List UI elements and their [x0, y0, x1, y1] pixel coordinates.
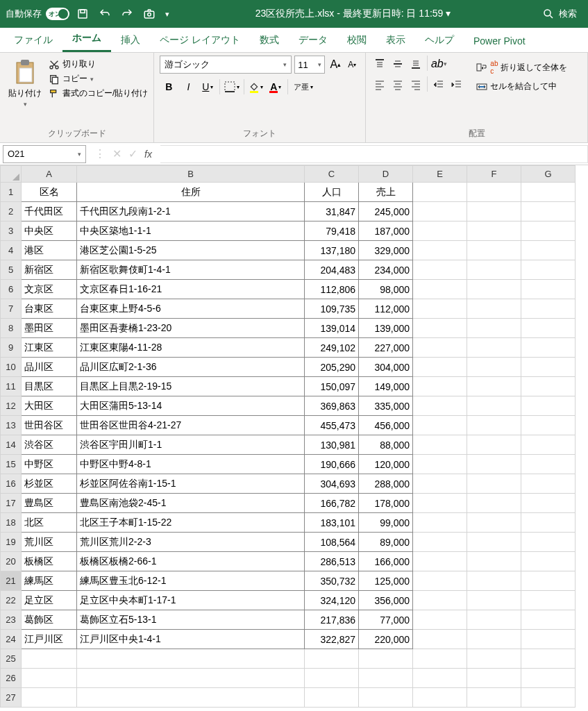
- cell[interactable]: 江戸川区: [22, 630, 77, 649]
- cell[interactable]: 品川区: [22, 358, 77, 377]
- cell[interactable]: [305, 669, 359, 688]
- cell[interactable]: 245,000: [359, 202, 413, 221]
- cell[interactable]: [413, 494, 467, 513]
- row-header-24[interactable]: 24: [1, 630, 22, 649]
- row-header-5[interactable]: 5: [1, 260, 22, 280]
- font-size-dropdown[interactable]: 11 ▾: [294, 56, 325, 74]
- row-header-14[interactable]: 14: [1, 435, 22, 455]
- cell[interactable]: [467, 416, 521, 435]
- paste-button[interactable]: 貼り付け ▾: [6, 56, 44, 110]
- cell[interactable]: [521, 396, 576, 416]
- tab-挿入[interactable]: 挿入: [111, 28, 150, 52]
- cell[interactable]: [521, 299, 576, 319]
- cell[interactable]: [413, 221, 467, 241]
- cell[interactable]: [467, 280, 521, 299]
- cell[interactable]: 456,000: [359, 416, 413, 435]
- cell[interactable]: 荒川区荒川2-2-3: [77, 533, 305, 552]
- tab-ホーム[interactable]: ホーム: [62, 26, 111, 52]
- cell[interactable]: 足立区中央本町1-17-1: [77, 591, 305, 610]
- cell[interactable]: [467, 649, 521, 669]
- cell[interactable]: [413, 338, 467, 358]
- orientation-button[interactable]: ab▾: [430, 56, 447, 72]
- column-header-C[interactable]: C: [305, 166, 359, 183]
- cell[interactable]: [413, 474, 467, 494]
- cell[interactable]: [467, 610, 521, 630]
- cell[interactable]: 77,000: [359, 610, 413, 630]
- merge-cells-button[interactable]: セルを結合して中: [476, 81, 567, 92]
- cell[interactable]: [521, 649, 576, 669]
- row-header-7[interactable]: 7: [1, 299, 22, 319]
- cell[interactable]: 新宿区: [22, 260, 77, 280]
- cell[interactable]: 江東区: [22, 338, 77, 358]
- cell[interactable]: [521, 688, 576, 708]
- cell[interactable]: [521, 377, 576, 396]
- cell[interactable]: [77, 688, 305, 708]
- cell[interactable]: 豊島区: [22, 494, 77, 513]
- align-top-button[interactable]: [371, 56, 388, 72]
- ruby-button[interactable]: ア亜▾: [291, 78, 316, 96]
- cell[interactable]: 千代田区九段南1-2-1: [77, 202, 305, 221]
- tab-ファイル[interactable]: ファイル: [4, 28, 62, 52]
- row-header-2[interactable]: 2: [1, 202, 22, 221]
- cell[interactable]: 190,666: [305, 455, 359, 474]
- cell[interactable]: [467, 319, 521, 338]
- cell[interactable]: 杉並区: [22, 474, 77, 494]
- cell[interactable]: [521, 183, 576, 202]
- align-right-button[interactable]: [408, 76, 424, 93]
- cell[interactable]: [467, 202, 521, 221]
- cell[interactable]: [521, 241, 576, 260]
- name-box[interactable]: O21 ▾: [3, 145, 86, 163]
- cell[interactable]: [22, 649, 77, 669]
- row-header-17[interactable]: 17: [1, 494, 22, 513]
- cell[interactable]: [413, 299, 467, 319]
- cell[interactable]: [521, 416, 576, 435]
- cell[interactable]: [413, 610, 467, 630]
- column-header-E[interactable]: E: [413, 166, 467, 183]
- cell[interactable]: 区名: [22, 183, 77, 202]
- cell[interactable]: [467, 455, 521, 474]
- cell[interactable]: 120,000: [359, 455, 413, 474]
- cell[interactable]: [467, 299, 521, 319]
- row-header-16[interactable]: 16: [1, 474, 22, 494]
- cell[interactable]: 売上: [359, 183, 413, 202]
- row-header-8[interactable]: 8: [1, 319, 22, 338]
- cell[interactable]: 品川区広町2-1-36: [77, 358, 305, 377]
- border-button[interactable]: ▾: [223, 78, 241, 96]
- increase-font-button[interactable]: A▴: [328, 57, 343, 72]
- cut-button[interactable]: 切り取り: [49, 58, 148, 70]
- qat-more-icon[interactable]: ▾: [165, 10, 169, 19]
- cell[interactable]: 324,120: [305, 591, 359, 610]
- row-header-9[interactable]: 9: [1, 338, 22, 358]
- cell[interactable]: [521, 280, 576, 299]
- cell[interactable]: [413, 358, 467, 377]
- cell[interactable]: [467, 552, 521, 571]
- row-header-15[interactable]: 15: [1, 455, 22, 474]
- cell[interactable]: 356,000: [359, 591, 413, 610]
- cell[interactable]: 350,732: [305, 571, 359, 591]
- cell[interactable]: 住所: [77, 183, 305, 202]
- align-bottom-button[interactable]: [408, 56, 424, 72]
- cell[interactable]: 渋谷区: [22, 435, 77, 455]
- cell[interactable]: [359, 669, 413, 688]
- cell[interactable]: 練馬区: [22, 571, 77, 591]
- cell[interactable]: 304,000: [359, 358, 413, 377]
- copy-button[interactable]: コピー ▾: [49, 73, 148, 85]
- cell[interactable]: 江東区東陽4-11-28: [77, 338, 305, 358]
- cell[interactable]: [521, 455, 576, 474]
- cell[interactable]: [521, 474, 576, 494]
- redo-icon[interactable]: [121, 8, 133, 20]
- cell[interactable]: 187,000: [359, 221, 413, 241]
- cell[interactable]: [521, 319, 576, 338]
- cell[interactable]: [413, 533, 467, 552]
- camera-icon[interactable]: [143, 8, 156, 20]
- column-header-G[interactable]: G: [521, 166, 576, 183]
- cell[interactable]: 108,564: [305, 533, 359, 552]
- decrease-indent-button[interactable]: [430, 76, 447, 93]
- cell[interactable]: [521, 358, 576, 377]
- cell[interactable]: 葛飾区立石5-13-1: [77, 610, 305, 630]
- cell[interactable]: [467, 688, 521, 708]
- cell[interactable]: [413, 649, 467, 669]
- undo-icon[interactable]: [99, 8, 111, 20]
- format-painter-button[interactable]: 書式のコピー/貼り付け: [49, 87, 148, 99]
- cell[interactable]: 文京区: [22, 280, 77, 299]
